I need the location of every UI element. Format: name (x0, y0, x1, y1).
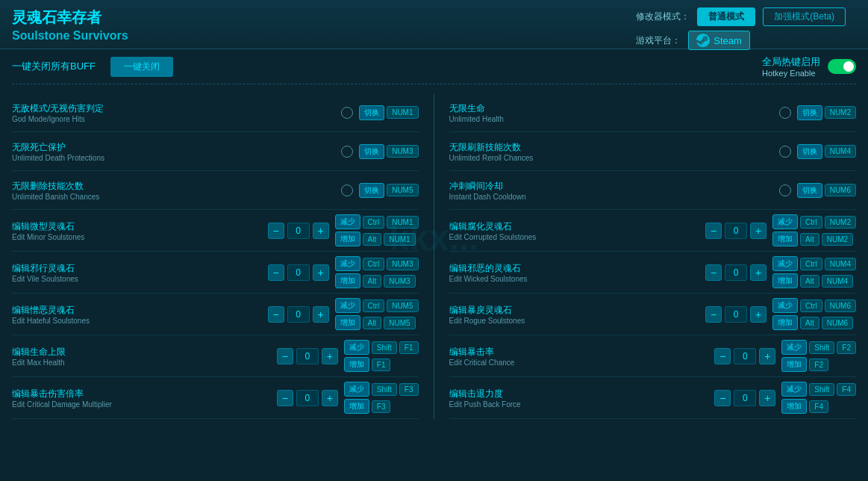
key-action-btn[interactable]: 切换 (797, 183, 822, 198)
decrement-btn[interactable]: − (277, 390, 293, 406)
toggle-circle[interactable] (341, 107, 353, 119)
dec-val-key[interactable]: NUM6 (825, 300, 856, 312)
dec-action-key[interactable]: 减少 (772, 298, 798, 313)
dec-val-key[interactable]: F3 (399, 383, 419, 396)
inc-val-key[interactable]: F1 (372, 359, 391, 371)
key-value-btn[interactable]: NUM4 (825, 145, 856, 158)
key-action-btn[interactable]: 切换 (797, 105, 822, 120)
inc-mod-key[interactable]: Alt (363, 275, 382, 288)
increment-btn[interactable]: + (313, 264, 329, 281)
increment-btn[interactable]: + (750, 264, 766, 281)
dec-val-key[interactable]: NUM3 (387, 258, 418, 270)
decrement-btn[interactable]: − (705, 264, 722, 281)
platform-steam[interactable]: Steam (688, 31, 750, 50)
decrement-btn[interactable]: − (714, 390, 731, 406)
dec-val-key[interactable]: NUM4 (825, 258, 856, 270)
dec-mod-key[interactable]: Shift (372, 341, 397, 354)
dec-val-key[interactable]: NUM2 (825, 216, 856, 229)
decrement-btn[interactable]: − (277, 348, 293, 364)
dec-action-key[interactable]: 减少 (772, 256, 798, 271)
key-action-btn[interactable]: 切换 (797, 144, 822, 159)
dec-mod-key[interactable]: Ctrl (800, 216, 822, 229)
dec-val-key[interactable]: NUM5 (387, 300, 418, 312)
increment-btn[interactable]: + (322, 348, 338, 364)
inc-mod-key[interactable]: Alt (800, 275, 819, 288)
dec-mod-key[interactable]: Shift (809, 383, 834, 396)
key-action-btn[interactable]: 切换 (359, 183, 384, 198)
inc-val-key[interactable]: NUM2 (822, 233, 853, 246)
dec-val-key[interactable]: F1 (399, 341, 419, 354)
inc-mod-key[interactable]: Alt (800, 317, 819, 329)
toggle-circle[interactable] (341, 146, 353, 158)
inc-action-key[interactable]: 增加 (772, 273, 798, 288)
dec-action-key[interactable]: 减少 (335, 214, 360, 229)
inc-val-key[interactable]: NUM3 (384, 275, 415, 288)
decrement-btn[interactable]: − (705, 306, 722, 323)
decrement-btn[interactable]: − (714, 348, 731, 364)
dec-val-key[interactable]: F2 (837, 341, 856, 354)
num-display: 0 (734, 348, 756, 364)
inc-mod-key[interactable]: Alt (363, 233, 382, 246)
dec-action-key[interactable]: 减少 (781, 382, 807, 397)
hotkey-toggle[interactable] (828, 59, 856, 74)
inc-val-key[interactable]: NUM4 (822, 275, 853, 288)
increment-btn[interactable]: + (759, 390, 775, 406)
decrement-btn[interactable]: − (268, 223, 284, 239)
mode-beta-btn[interactable]: 加强模式(Beta) (763, 7, 846, 26)
dec-mod-key[interactable]: Ctrl (800, 258, 822, 270)
toggle-circle[interactable] (779, 184, 791, 196)
inc-action-key[interactable]: 增加 (344, 399, 369, 414)
inc-action-key[interactable]: 增加 (772, 315, 798, 330)
inc-action-key[interactable]: 增加 (344, 357, 369, 372)
key-value-btn[interactable]: NUM5 (387, 184, 418, 196)
inc-action-key[interactable]: 增加 (781, 357, 807, 372)
buff-btn[interactable]: 一键关闭 (110, 57, 173, 77)
inc-val-key[interactable]: F3 (372, 400, 391, 413)
increment-btn[interactable]: + (313, 306, 329, 323)
dec-val-key[interactable]: NUM1 (387, 216, 418, 229)
toggle-circle[interactable] (779, 146, 791, 158)
dec-mod-key[interactable]: Ctrl (363, 300, 385, 312)
key-value-btn[interactable]: NUM6 (825, 184, 856, 196)
inc-val-key[interactable]: NUM6 (822, 317, 853, 329)
increment-btn[interactable]: + (322, 390, 338, 406)
key-value-btn[interactable]: NUM3 (387, 145, 418, 158)
inc-val-key[interactable]: NUM1 (384, 233, 415, 246)
toggle-circle[interactable] (779, 107, 791, 119)
key-action-btn[interactable]: 切换 (359, 144, 384, 159)
inc-action-key[interactable]: 增加 (781, 399, 807, 414)
key-value-btn[interactable]: NUM1 (387, 106, 418, 119)
dec-mod-key[interactable]: Ctrl (363, 258, 385, 270)
dec-mod-key[interactable]: Ctrl (363, 216, 385, 229)
decrement-btn[interactable]: − (705, 223, 722, 239)
inc-val-key[interactable]: NUM5 (384, 317, 415, 329)
dec-val-key[interactable]: F4 (837, 383, 856, 396)
dec-mod-key[interactable]: Ctrl (800, 300, 822, 312)
key-action-btn[interactable]: 切换 (359, 105, 384, 120)
toggle-circle[interactable] (341, 184, 353, 196)
dec-action-key[interactable]: 减少 (781, 340, 807, 355)
decrement-btn[interactable]: − (268, 264, 284, 281)
inc-mod-key[interactable]: Alt (800, 233, 819, 246)
decrement-btn[interactable]: − (268, 306, 284, 323)
dec-action-key[interactable]: 减少 (335, 298, 360, 313)
inc-action-key[interactable]: 增加 (335, 315, 360, 330)
inc-action-key[interactable]: 增加 (335, 273, 360, 288)
increment-btn[interactable]: + (750, 223, 766, 239)
dec-mod-key[interactable]: Shift (372, 383, 397, 396)
increment-btn[interactable]: + (750, 306, 766, 323)
key-value-btn[interactable]: NUM2 (825, 106, 856, 119)
inc-val-key[interactable]: F2 (809, 359, 828, 371)
mode-normal-btn[interactable]: 普通模式 (697, 7, 755, 26)
dec-action-key[interactable]: 减少 (344, 382, 369, 397)
inc-action-key[interactable]: 增加 (772, 232, 798, 246)
inc-mod-key[interactable]: Alt (363, 317, 382, 329)
dec-action-key[interactable]: 减少 (335, 256, 360, 271)
increment-btn[interactable]: + (313, 223, 329, 239)
increment-btn[interactable]: + (759, 348, 775, 364)
inc-action-key[interactable]: 增加 (335, 232, 360, 246)
dec-action-key[interactable]: 减少 (772, 214, 798, 229)
dec-mod-key[interactable]: Shift (809, 341, 834, 354)
dec-action-key[interactable]: 减少 (344, 340, 369, 355)
inc-val-key[interactable]: F4 (809, 400, 828, 413)
